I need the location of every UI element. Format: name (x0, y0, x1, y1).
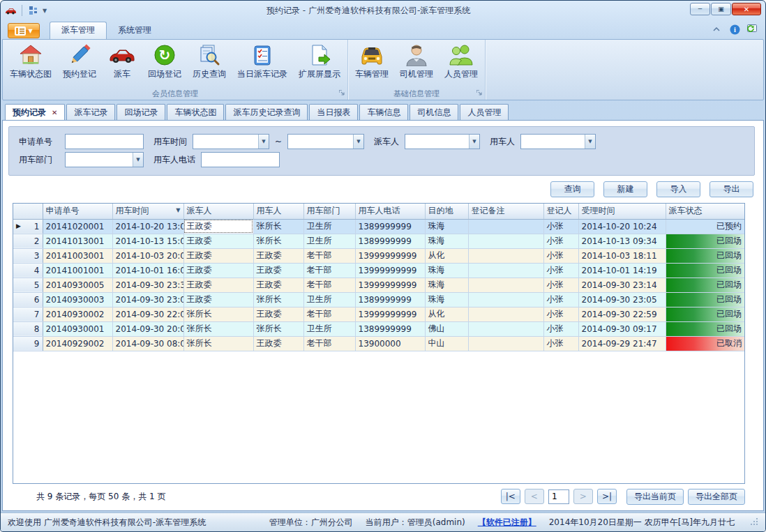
registered-link[interactable]: 【软件已注册】 (478, 517, 536, 529)
maximize-button[interactable]: ▣ (711, 3, 731, 15)
grid-cell[interactable]: 2014-09-30 22:59 (578, 307, 666, 321)
grid-cell[interactable]: 2014-10-20 10:24 (578, 219, 666, 234)
grid-cell[interactable]: 张所长 (183, 321, 253, 336)
grid-cell[interactable]: 13999999999 (355, 263, 425, 278)
dispatch-status-cell[interactable]: 已回场 (666, 248, 744, 263)
dispatch-status-cell[interactable]: 已回场 (666, 263, 744, 278)
grid-cell[interactable]: 2014-10-01 16:00 (112, 263, 183, 278)
collapse-ribbon-icon[interactable] (711, 24, 722, 35)
grid-cell[interactable]: 2014-09-30 20:00 (112, 321, 183, 336)
grid-cell[interactable] (468, 263, 543, 278)
grid-cell[interactable]: 2014-10-03 18:11 (578, 248, 666, 263)
grid-cell[interactable]: 王政委 (183, 248, 253, 263)
row-number-cell[interactable]: 8 (13, 321, 43, 336)
grid-row[interactable]: 5201409300052014-09-30 23:30王政委王政委老干部139… (13, 278, 744, 292)
grid-cell[interactable]: 中山 (425, 336, 468, 351)
row-number-cell[interactable]: 3 (13, 248, 43, 263)
user-combo[interactable]: ▼ (520, 134, 596, 149)
grid-cell[interactable]: 20141020001 (43, 219, 112, 234)
chevron-down-icon[interactable]: ▼ (353, 135, 363, 149)
grid-cell[interactable]: 小张 (543, 234, 578, 248)
grid-cell[interactable]: 张所长 (183, 307, 253, 321)
grid-cell[interactable]: 13999999999 (355, 307, 425, 321)
grid-cell[interactable]: 2014-10-13 15:00 (112, 234, 183, 248)
app-menu-button[interactable]: ▼ (8, 23, 40, 38)
history-query-button[interactable]: 历史查询 (187, 41, 232, 88)
grid-cell[interactable]: 小张 (543, 321, 578, 336)
grid-cell[interactable]: 1389999999 (355, 219, 425, 234)
grid-cell[interactable]: 张所长 (183, 336, 253, 351)
doc-tab-dispatch-records[interactable]: 派车记录 (66, 104, 115, 120)
grid-cell[interactable] (468, 219, 543, 234)
grid-row[interactable]: 7201409300022014-09-30 22:00张所长王政委老干部139… (13, 307, 744, 321)
import-button[interactable]: 导入 (656, 181, 700, 197)
grid-cell[interactable]: 2014-10-20 13:00 (112, 219, 183, 234)
minimize-button[interactable]: ─ (690, 3, 710, 15)
grid-cell[interactable]: 卫生所 (303, 234, 355, 248)
doc-tab-return-records[interactable]: 回场记录 (117, 104, 165, 120)
grid-cell[interactable]: 王政委 (253, 336, 303, 351)
grid-row[interactable]: ▶1201410200012014-10-20 13:00王政委张所长卫生所13… (13, 219, 744, 234)
grid-cell[interactable]: 2014-09-30 08:00 (112, 336, 183, 351)
col-phone[interactable]: 用车人电话 (355, 204, 425, 219)
extended-screen-button[interactable]: 扩展屏显示 (293, 41, 346, 88)
grid-cell[interactable]: 1389999999 (355, 321, 425, 336)
dispatch-status-cell[interactable]: 已回场 (666, 292, 744, 307)
grid-cell[interactable]: 老干部 (303, 248, 355, 263)
grid-cell[interactable]: 老干部 (303, 263, 355, 278)
grid-cell[interactable]: 老干部 (303, 278, 355, 292)
grid-cell[interactable]: 珠海 (425, 234, 468, 248)
grid-cell[interactable]: 小张 (543, 292, 578, 307)
grid-cell[interactable]: 小张 (543, 219, 578, 234)
grid-cell[interactable]: 张所长 (253, 321, 303, 336)
grid-cell[interactable]: 王政委 (183, 292, 253, 307)
grid-cell[interactable] (468, 292, 543, 307)
dispatch-status-cell[interactable]: 已回场 (666, 234, 744, 248)
dispatch-status-cell[interactable]: 已预约 (666, 219, 744, 234)
dispatcher-combo[interactable]: ▼ (405, 134, 480, 149)
dispatch-status-cell[interactable]: 已回场 (666, 278, 744, 292)
ribbon-tab-dispatch[interactable]: 派车管理 (50, 22, 107, 39)
row-number-cell[interactable]: 2 (13, 234, 43, 248)
row-number-cell[interactable]: 7 (13, 307, 43, 321)
grid-cell[interactable]: 2014-10-01 14:19 (578, 263, 666, 278)
grid-cell[interactable]: 小张 (543, 263, 578, 278)
col-accept-time[interactable]: 受理时间 (578, 204, 666, 219)
dispatch-button[interactable]: 派车 (102, 41, 142, 88)
grid-cell[interactable]: 2014-09-30 23:05 (578, 292, 666, 307)
dispatch-status-cell[interactable]: 已回场 (666, 321, 744, 336)
grid-cell[interactable]: 2014-09-30 22:00 (112, 307, 183, 321)
return-register-button[interactable]: ↻ 回场登记 (142, 41, 187, 88)
grid-row[interactable]: 6201409300032014-09-30 23:00王政委张所长卫生所138… (13, 292, 744, 307)
first-page-button[interactable]: |< (501, 489, 520, 504)
grid-cell[interactable]: 从化 (425, 307, 468, 321)
grid-cell[interactable]: 1389999999 (355, 292, 425, 307)
grid-cell[interactable]: 王政委 (183, 219, 253, 234)
grid-row[interactable]: 9201409290022014-09-30 08:00张所长王政委老干部139… (13, 336, 744, 351)
query-button[interactable]: 查询 (550, 181, 594, 197)
grid-cell[interactable]: 珠海 (425, 278, 468, 292)
screen-refresh-icon[interactable] (747, 24, 758, 35)
dept-combo[interactable]: ▼ (65, 152, 144, 167)
today-dispatch-records-button[interactable]: 当日派车记录 (232, 41, 293, 88)
grid-cell[interactable] (468, 248, 543, 263)
grid-cell[interactable]: 卫生所 (303, 292, 355, 307)
grid-cell[interactable]: 卫生所 (303, 321, 355, 336)
grid-cell[interactable]: 20141001001 (43, 263, 112, 278)
grid-cell[interactable]: 老干部 (303, 307, 355, 321)
grid-cell[interactable]: 20140930003 (43, 292, 112, 307)
doc-tab-dispatch-history-query[interactable]: 派车历史记录查询 (225, 104, 308, 120)
row-number-cell[interactable]: 4 (13, 263, 43, 278)
grid-cell[interactable]: 卫生所 (303, 219, 355, 234)
grid-cell[interactable]: 小张 (543, 307, 578, 321)
grid-cell[interactable]: 王政委 (253, 248, 303, 263)
ribbon-tab-system[interactable]: 系统管理 (107, 22, 163, 39)
grid-cell[interactable]: 王政委 (183, 234, 253, 248)
col-destination[interactable]: 目的地 (425, 204, 468, 219)
grid-cell[interactable]: 2014-09-30 23:30 (112, 278, 183, 292)
grid-cell[interactable]: 13900000 (355, 336, 425, 351)
sort-desc-icon[interactable]: ▼ (176, 207, 180, 213)
grid-cell[interactable]: 王政委 (253, 307, 303, 321)
layout-icon[interactable] (28, 5, 39, 16)
export-current-page-button[interactable]: 导出当前页 (626, 489, 684, 505)
